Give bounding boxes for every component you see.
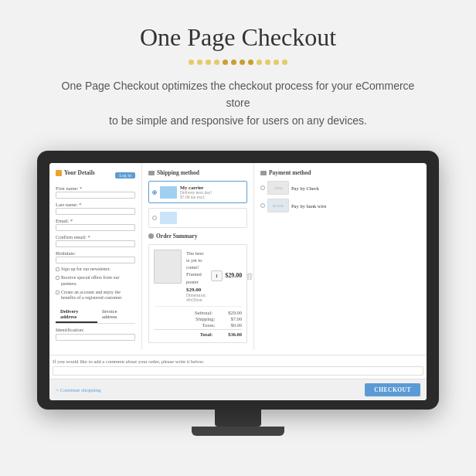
dot (240, 60, 245, 65)
monitor-stand-bottom (192, 427, 284, 436)
payment-title: Payment method (260, 169, 341, 176)
carrier-image-1 (160, 212, 177, 224)
address-tabs: Delivery address Invoice address (56, 306, 135, 324)
login-button[interactable]: Log in (115, 172, 135, 178)
dot (274, 60, 279, 65)
offers-checkbox[interactable] (56, 276, 60, 280)
identification-label: Identification: (56, 327, 135, 332)
payment-radio-wire[interactable] (260, 203, 265, 208)
dot (248, 60, 253, 65)
offers-label: Receive special offers from our partners… (61, 275, 135, 287)
payment-radio-check[interactable] (260, 185, 265, 190)
payment-icon (260, 171, 267, 175)
item-dimension: Dimension: 40x50cm (186, 293, 206, 302)
identification-input[interactable] (56, 334, 135, 341)
dot (197, 60, 202, 65)
birthdate-label: Birthdate: (56, 250, 135, 256)
cart-icon (148, 233, 154, 239)
shipping-option-1[interactable] (148, 208, 247, 228)
order-totals: Subtotal: $29.00 Shipping: $7.00 Taxes: (154, 306, 242, 337)
create-account-checkbox[interactable] (56, 291, 60, 294)
wire-image: BANK (267, 199, 289, 212)
item-price: $29.00 (186, 287, 206, 293)
shipping-info-0: My carrier Delivery next day! $7.00 tax … (180, 185, 212, 199)
shipping-panel: Shipping method My carrier Delivery next… (142, 163, 254, 350)
taxes-row: Taxes: $0.00 (154, 322, 242, 328)
payment-option-wire[interactable]: BANK Pay by bank wire (260, 199, 341, 212)
newsletter-checkbox-row: Sign up for our newsletter. (56, 267, 135, 273)
item-total-price: $29.00 (225, 272, 242, 279)
dot (282, 60, 287, 65)
shipping-option-0[interactable]: My carrier Delivery next day! $7.00 tax … (148, 181, 247, 203)
title-decoration (189, 60, 287, 65)
first-name-input[interactable] (56, 192, 135, 199)
order-summary-title: Order Summary (148, 233, 247, 240)
subtotal-row: Subtotal: $29.00 (154, 310, 242, 315)
last-name-input[interactable] (56, 208, 135, 215)
delete-icon[interactable]: 🗑 (246, 271, 254, 280)
payment-option-check[interactable]: CHQ Pay by Check (260, 181, 341, 195)
email-input[interactable] (56, 224, 135, 231)
email-label: Email: * (56, 218, 135, 223)
tab-invoice-address[interactable]: Invoice address (97, 306, 135, 323)
monitor: Your Details Log in First name: * Last n… (37, 151, 439, 436)
comment-section: If you would like to add a comment about… (49, 355, 427, 379)
dot (231, 60, 236, 65)
shipping-row: Shipping: $7.00 (154, 316, 242, 321)
dot (265, 60, 270, 65)
qty-display: 1 (211, 270, 223, 281)
create-account-checkbox-row: Create an account and enjoy the benefits… (56, 290, 135, 302)
shipping-radio-0[interactable] (152, 190, 157, 195)
comment-input[interactable] (53, 366, 423, 376)
carrier-image-0 (160, 186, 177, 199)
qty-section: 1 $29.00 🗑 (211, 270, 255, 281)
monitor-body: Your Details Log in First name: * Last n… (37, 151, 439, 410)
dot (189, 60, 194, 65)
order-item-card: The best is yet to come! Framed poster $… (148, 244, 247, 342)
total-row: Total: $36.00 (154, 329, 242, 337)
your-details-title: Your Details (56, 169, 95, 176)
page-title: One Page Checkout (140, 23, 336, 52)
item-name-line1: The best is yet to come! (186, 250, 206, 270)
user-icon (56, 170, 62, 176)
check-image: CHQ (267, 181, 289, 195)
newsletter-checkbox[interactable] (56, 267, 60, 271)
dot (214, 60, 219, 65)
order-item-details: The best is yet to come! Framed poster $… (186, 250, 206, 301)
subtitle: One Page Checkout optimizes the checkout… (53, 77, 423, 129)
offers-checkbox-row: Receive special offers from our partners… (56, 275, 135, 287)
last-name-label: Last name: * (56, 202, 135, 207)
shipping-title: Shipping method (148, 169, 247, 176)
your-details-panel: Your Details Log in First name: * Last n… (49, 163, 142, 350)
confirm-email-input[interactable] (56, 240, 135, 247)
create-account-label: Create an account and enjoy the benefits… (61, 290, 135, 302)
dot (257, 60, 262, 65)
tab-delivery-address[interactable]: Delivery address (56, 306, 97, 323)
monitor-stand-top (215, 410, 261, 427)
monitor-screen: Your Details Log in First name: * Last n… (49, 163, 427, 400)
continue-shopping-link[interactable]: < Continue shopping (56, 387, 101, 393)
order-item-image (154, 250, 182, 284)
confirm-email-label: Confirm email: * (56, 234, 135, 240)
checkout-button[interactable]: CheCKout (365, 383, 420, 396)
payment-panel: Payment method CHQ Pay by Check (254, 163, 347, 350)
dot (223, 60, 228, 65)
newsletter-label: Sign up for our newsletter. (61, 267, 110, 273)
birthdate-input[interactable] (56, 257, 135, 264)
bottom-bar: < Continue shopping CheCKout (49, 379, 427, 400)
shipping-radio-1[interactable] (152, 216, 157, 220)
item-name-line2: Framed poster (186, 270, 206, 284)
first-name-label: First name: * (56, 185, 135, 191)
order-summary-section: Order Summary (148, 233, 247, 342)
check-label: Pay by Check (291, 185, 319, 191)
wire-label: Pay by bank wire (291, 203, 326, 209)
shipping-icon (148, 171, 155, 175)
dot (206, 60, 211, 65)
